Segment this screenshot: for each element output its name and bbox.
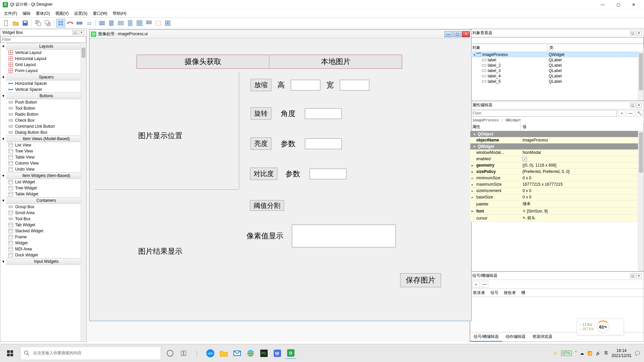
widget-category[interactable]: Item Views (Model-Based) — [6, 135, 86, 142]
widget-item[interactable]: Table View — [6, 154, 86, 160]
ie-icon[interactable] — [245, 348, 256, 359]
object-tree-row[interactable]: labelQLabel — [470, 57, 644, 63]
property-row[interactable]: enabled✓ — [470, 156, 644, 162]
widget-box-list[interactable]: ▾LayoutsVertical LayoutHorizontal Layout… — [0, 43, 86, 342]
menu-item[interactable]: 视图(V) — [53, 10, 71, 17]
widget-item[interactable]: Group Box — [6, 204, 86, 210]
designer-close-button[interactable]: ✕ — [462, 31, 470, 37]
window-maximize-button[interactable]: ▢ — [610, 0, 626, 9]
dock-close-button[interactable]: ✕ — [79, 30, 84, 35]
threshold-button[interactable]: 阈值分割 — [250, 200, 284, 211]
object-tree-row[interactable]: ▾imageProcessQWidget — [470, 52, 644, 57]
designer-max-button[interactable]: ▢ — [453, 31, 461, 37]
property-row[interactable]: ▸fontA [SimSun, 9] — [470, 208, 644, 215]
widget-item[interactable]: List View — [6, 142, 86, 148]
widget-category[interactable]: Buttons — [6, 93, 86, 99]
tray-wifi-icon[interactable]: 📶 — [587, 351, 592, 356]
designer-window[interactable]: Qt 图像处理 - imageProcess.ui — ▢ ✕ 摄像头获取本地图… — [89, 29, 472, 321]
widget-category[interactable]: Item Widgets (Item-Based) — [6, 172, 86, 179]
menu-item[interactable]: 帮助(H) — [110, 10, 129, 17]
property-group[interactable]: ▾QObject — [470, 131, 644, 137]
send-to-back-button[interactable] — [34, 19, 43, 27]
form-body[interactable]: 摄像头获取本地图片 图片显示位置 图片结果显示 放缩 高 宽 — [90, 39, 471, 321]
chevron-down-icon[interactable]: ▾ — [0, 74, 6, 80]
tray-cloud-icon[interactable]: ☁ — [580, 351, 584, 356]
property-row[interactable]: ▸sizePolicy[Preferred, Preferred, 0, 0] — [470, 169, 644, 175]
widget-box-filter-input[interactable] — [0, 36, 86, 43]
dock-close-button[interactable]: ✕ — [636, 31, 642, 36]
property-add-button[interactable]: ＋ — [618, 110, 626, 117]
widget-item[interactable]: Form Layout — [6, 68, 86, 74]
tab-local[interactable]: 本地图片 — [269, 55, 402, 68]
widget-item[interactable]: Undo View — [6, 166, 86, 172]
tray-battery[interactable]: 97% — [561, 351, 572, 356]
value-col-header[interactable]: 值 — [521, 123, 644, 131]
layout-vert-splitter-button[interactable] — [126, 19, 135, 27]
tray-up-icon[interactable]: ˆ — [575, 351, 577, 356]
widget-item[interactable]: Dialog Button Box — [6, 129, 86, 135]
dock-float-button[interactable]: ◱ — [630, 31, 635, 36]
save-image-button[interactable]: 保存图片 — [400, 273, 441, 287]
adjust-size-button[interactable] — [163, 19, 172, 27]
editor-tab[interactable]: 资源浏览器 — [529, 333, 556, 342]
object-tree-row[interactable]: label_3QLabel — [470, 68, 644, 73]
widget-item[interactable]: Vertical Spacer — [6, 86, 86, 93]
property-col-header[interactable]: 属性 — [470, 123, 521, 131]
signal-col-header[interactable]: 发送者 — [470, 289, 488, 297]
edit-signals-button[interactable] — [66, 19, 74, 27]
window-minimize-button[interactable]: — — [595, 0, 610, 9]
editor-tab[interactable]: 信号/槽编辑器 — [470, 333, 502, 342]
tab-camera[interactable]: 摄像头获取 — [137, 55, 269, 68]
task-view-button[interactable] — [164, 348, 176, 359]
chevron-down-icon[interactable]: ▾ — [0, 258, 6, 265]
contrast-button[interactable]: 对比度 — [250, 168, 277, 180]
network-monitor-widget[interactable]: ↑ 11 K/s ↓ 267 K/s 61% — [577, 318, 624, 335]
widget-item[interactable]: Grid Layout — [6, 62, 86, 68]
contrast-input[interactable] — [310, 169, 346, 179]
pycharm-icon[interactable]: PC — [258, 348, 270, 359]
dock-close-button[interactable]: ✕ — [636, 103, 642, 108]
designer-window-titlebar[interactable]: Qt 图像处理 - imageProcess.ui — ▢ ✕ — [90, 30, 471, 39]
object-tree-row[interactable]: label_2QLabel — [470, 63, 644, 68]
object-tree-row[interactable]: label_5QLabel — [470, 79, 644, 84]
property-row[interactable]: windowModal...NonModal — [470, 149, 644, 156]
break-layout-button[interactable] — [154, 19, 163, 27]
property-group[interactable]: ▾QWidget — [470, 143, 644, 149]
widget-item[interactable]: Tab Widget — [6, 222, 86, 228]
menu-item[interactable]: 文件(F) — [1, 10, 20, 17]
signal-add-button[interactable]: ＋ — [472, 281, 480, 288]
widget-item[interactable]: Radio Button — [6, 111, 86, 117]
widget-item[interactable]: Check Box — [6, 117, 86, 123]
edge-icon[interactable] — [205, 348, 216, 359]
form-canvas[interactable]: Qt 图像处理 - imageProcess.ui — ▢ ✕ 摄像头获取本地图… — [87, 29, 470, 342]
widget-category[interactable]: Layouts — [6, 43, 86, 50]
layout-vertical-button[interactable] — [107, 19, 116, 27]
cortana-button[interactable] — [178, 348, 189, 359]
dock-float-button[interactable]: ◱ — [630, 274, 635, 278]
property-scrollbar[interactable] — [638, 131, 644, 271]
explorer-icon[interactable] — [218, 348, 229, 359]
widget-item[interactable]: Stacked Widget — [6, 228, 86, 234]
layout-grid-button[interactable] — [135, 19, 144, 27]
mail-icon[interactable] — [231, 348, 243, 359]
property-row[interactable]: ▸geometry[(0, 0), 1116 x 808] — [470, 162, 644, 169]
object-scrollbar[interactable] — [638, 52, 644, 101]
widget-item[interactable]: Vertical Layout — [6, 50, 86, 56]
tray-notifications-icon[interactable]: 💬 — [635, 351, 640, 356]
signal-remove-button[interactable]: — — [481, 281, 488, 288]
edit-buddies-button[interactable] — [75, 19, 84, 27]
brightness-button[interactable]: 亮度 — [251, 137, 271, 150]
signal-col-header[interactable]: 信号 — [488, 289, 501, 297]
widget-category[interactable]: Containers — [6, 197, 86, 204]
chevron-down-icon[interactable]: ▾ — [0, 93, 6, 99]
taskbar-search[interactable]: 在这里输入你要搜索的内容 — [20, 347, 161, 360]
layout-horiz-splitter-button[interactable] — [116, 19, 125, 27]
dock-float-button[interactable]: ◱ — [630, 103, 635, 108]
qtdesigner-taskbar-icon[interactable]: D — [285, 348, 297, 359]
designer-min-button[interactable]: — — [444, 31, 452, 37]
widget-item[interactable]: MDI Area — [6, 246, 86, 252]
widget-box-scrollbar[interactable] — [80, 43, 86, 342]
widget-item[interactable]: Dock Widget — [6, 252, 86, 258]
new-file-button[interactable] — [2, 19, 11, 27]
signal-col-header[interactable]: 接收者 — [501, 289, 519, 297]
